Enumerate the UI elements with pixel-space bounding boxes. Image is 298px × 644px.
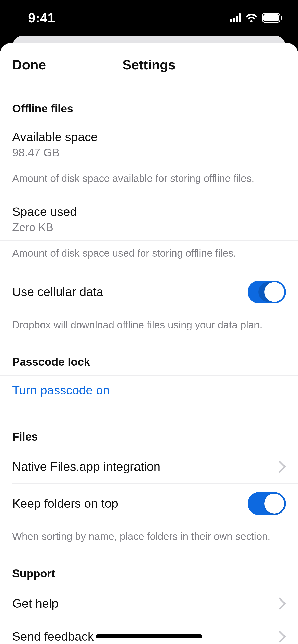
status-bar: 9:41 <box>0 0 298 36</box>
settings-sheet: Done Settings Offline files Available sp… <box>0 43 298 644</box>
turn-passcode-on-label: Turn passcode on <box>12 383 286 398</box>
chevron-right-icon <box>279 631 286 643</box>
section-header-support: Support <box>0 555 298 587</box>
keep-folders-footer: When sorting by name, place folders in t… <box>0 524 298 555</box>
section-header-passcode: Passcode lock <box>0 343 298 375</box>
chevron-right-icon <box>279 461 286 473</box>
status-icons <box>230 13 283 23</box>
available-space-cell[interactable]: Available space 98.47 GB <box>0 122 298 166</box>
get-help-label: Get help <box>12 596 274 611</box>
native-files-cell[interactable]: Native Files.app integration <box>0 450 298 483</box>
space-used-value: Zero KB <box>12 221 286 234</box>
get-help-cell[interactable]: Get help <box>0 587 298 620</box>
space-used-footer: Amount of disk space used for storing of… <box>0 241 298 272</box>
home-indicator[interactable] <box>96 634 202 638</box>
chevron-right-icon <box>279 597 286 610</box>
section-header-offline: Offline files <box>0 86 298 122</box>
cellular-signal-icon <box>230 13 241 22</box>
use-cellular-toggle[interactable] <box>248 281 286 303</box>
keep-folders-cell[interactable]: Keep folders on top <box>0 484 298 524</box>
page-title: Settings <box>122 57 175 72</box>
send-feedback-cell[interactable]: Send feedback <box>0 620 298 644</box>
status-time: 9:41 <box>28 10 55 25</box>
use-cellular-footer: Dropbox will download offline files usin… <box>0 312 298 343</box>
turn-passcode-on-button[interactable]: Turn passcode on <box>0 375 298 405</box>
settings-content: Offline files Available space 98.47 GB A… <box>0 86 298 644</box>
native-files-label: Native Files.app integration <box>12 459 274 474</box>
battery-icon <box>262 13 283 23</box>
keep-folders-label: Keep folders on top <box>12 496 248 511</box>
use-cellular-cell[interactable]: Use cellular data <box>0 272 298 312</box>
svg-rect-2 <box>281 16 282 20</box>
use-cellular-label: Use cellular data <box>12 284 248 300</box>
section-header-files: Files <box>0 405 298 450</box>
wifi-icon <box>246 13 257 22</box>
available-space-value: 98.47 GB <box>12 146 286 159</box>
nav-bar: Done Settings <box>0 43 298 86</box>
svg-rect-1 <box>263 14 279 21</box>
keep-folders-toggle[interactable] <box>248 492 286 515</box>
space-used-cell[interactable]: Space used Zero KB <box>0 197 298 241</box>
space-used-label: Space used <box>12 204 286 219</box>
available-space-label: Available space <box>12 129 286 145</box>
available-space-footer: Amount of disk space available for stori… <box>0 166 298 197</box>
done-button[interactable]: Done <box>12 57 46 72</box>
